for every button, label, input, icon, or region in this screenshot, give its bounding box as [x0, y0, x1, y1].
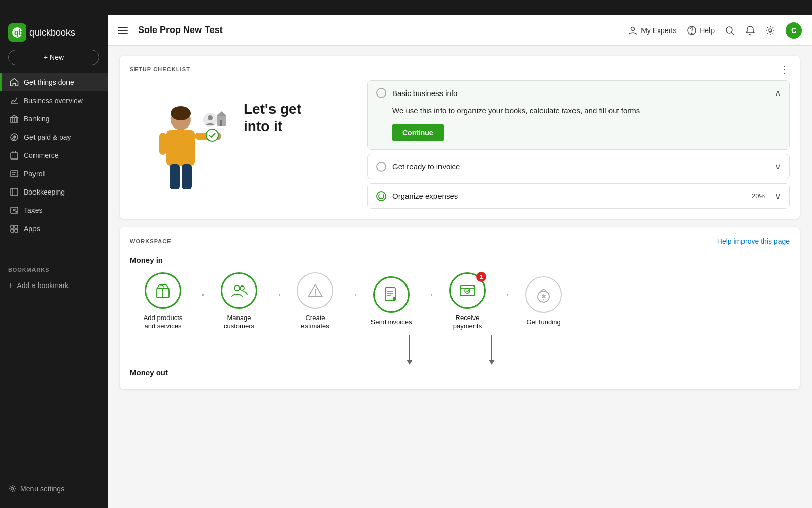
home-icon [10, 78, 19, 87]
continue-button[interactable]: Continue [392, 124, 444, 141]
arrow-5: → [500, 289, 511, 300]
checklist-radio-invoice [376, 162, 386, 172]
sidebar-item-business-overview[interactable]: Business overview [0, 91, 108, 110]
menu-settings-button[interactable]: Menu settings [0, 480, 108, 498]
svg-rect-51 [460, 285, 475, 296]
add-products-button[interactable] [145, 272, 181, 309]
my-experts-button[interactable]: My Experts [628, 25, 676, 36]
checklist-item-expenses-header[interactable]: Organize expenses 20% ∨ [368, 184, 789, 208]
sidebar-item-payroll[interactable]: Payroll [0, 165, 108, 183]
quickbooks-logo: qb quickbooks [8, 23, 75, 42]
header: Sole Prop New Test My Experts Help [108, 15, 812, 46]
checklist-item-title-expenses: Organize expenses [392, 192, 746, 200]
new-button[interactable]: + New [8, 50, 99, 65]
notifications-badge: 1 [476, 272, 486, 282]
people-icon [230, 281, 248, 300]
manage-customers-label: Managecustomers [224, 314, 254, 331]
more-options-button[interactable]: ⋮ [780, 64, 790, 74]
setup-checklist-items: Basic business info ∧ We use this info t… [367, 80, 790, 209]
workspace-header: WORKSPACE Help improve this page [130, 237, 790, 245]
moneybag-icon [534, 285, 553, 304]
checklist-item-invoice: Get ready to invoice ∨ [367, 154, 790, 179]
settings-gear-icon [8, 485, 16, 493]
commerce-icon [10, 151, 19, 160]
page-title: Sole Prop New Test [138, 25, 620, 36]
svg-rect-32 [159, 133, 166, 155]
person-icon [628, 25, 638, 36]
bookmarks-label: BOOKMARKS [0, 259, 108, 277]
bank-icon [10, 114, 19, 123]
manage-customers-button[interactable] [221, 272, 257, 309]
workspace-section: WORKSPACE Help improve this page Money i… [120, 227, 800, 390]
sidebar-item-bookkeeping[interactable]: Bookkeeping [0, 183, 108, 201]
svg-line-25 [732, 32, 734, 35]
sidebar: qb quickbooks + New Get things done [0, 15, 108, 508]
svg-point-23 [691, 33, 692, 34]
sidebar-item-apps[interactable]: Apps [0, 219, 108, 238]
sidebar-logo: qb quickbooks [0, 15, 108, 50]
warning-icon [306, 281, 324, 300]
sidebar-item-label: Banking [24, 115, 50, 123]
user-avatar[interactable]: C [786, 22, 802, 39]
notifications-button[interactable] [745, 25, 755, 36]
dollar-icon [10, 133, 19, 142]
settings-button[interactable] [765, 25, 775, 36]
checklist-item-basic-info-content: We use this info to organize your books,… [368, 105, 789, 149]
add-bookmark-button[interactable]: + Add a bookmark [0, 277, 108, 294]
svg-point-44 [240, 286, 244, 290]
chevron-down-icon-2: ∨ [775, 191, 781, 201]
svg-point-39 [206, 129, 218, 141]
checklist-radio-basic-info [376, 88, 386, 98]
arrow-3: → [348, 289, 358, 300]
setup-card-header: SETUP CHECKLIST ⋮ [120, 56, 800, 80]
svg-point-21 [631, 27, 635, 30]
svg-point-15 [16, 211, 17, 212]
new-button-label: + New [44, 53, 64, 61]
box-icon [154, 281, 172, 300]
help-improve-link[interactable]: Help improve this page [717, 237, 790, 245]
workflow-item-manage-customers: Managecustomers [206, 272, 272, 331]
send-invoices-button[interactable] [373, 276, 410, 313]
sidebar-item-get-paid-pay[interactable]: Get paid & pay [0, 128, 108, 146]
checklist-item-title-basic-info: Basic business info [392, 89, 769, 98]
workflow-item-send-invoices: Send invoices [358, 276, 424, 327]
sidebar-item-banking[interactable]: Banking [0, 110, 108, 128]
checklist-item-basic-info: Basic business info ∧ We use this info t… [367, 80, 790, 150]
svg-rect-29 [166, 130, 195, 166]
sidebar-navigation: Get things done Business overview [0, 73, 108, 259]
workflow-item-add-products: Add productsand services [130, 272, 196, 331]
checklist-item-invoice-header[interactable]: Get ready to invoice ∨ [368, 154, 789, 179]
get-funding-label: Get funding [526, 318, 560, 327]
gear-icon [765, 25, 775, 36]
sidebar-item-label: Business overview [24, 97, 83, 105]
sidebar-item-label: Taxes [24, 206, 43, 214]
help-button[interactable]: Help [687, 25, 715, 36]
setup-title: Let's get into it [244, 90, 365, 135]
sidebar-item-taxes[interactable]: Taxes [0, 201, 108, 219]
svg-rect-17 [15, 225, 18, 228]
svg-rect-8 [11, 153, 18, 159]
svg-point-24 [726, 27, 732, 33]
setup-checklist-card: SETUP CHECKLIST ⋮ [120, 56, 800, 219]
svg-rect-16 [11, 225, 14, 228]
plus-icon: + [8, 281, 13, 290]
send-invoices-pointer [409, 335, 410, 360]
hamburger-menu[interactable] [118, 24, 130, 37]
search-button[interactable] [725, 25, 735, 36]
search-icon [725, 25, 735, 36]
receive-payments-pointer [491, 335, 492, 360]
checklist-item-basic-info-header[interactable]: Basic business info ∧ [368, 81, 789, 105]
svg-point-36 [208, 115, 213, 120]
sidebar-item-label: Get paid & pay [24, 133, 71, 141]
sidebar-item-label: Payroll [24, 170, 46, 178]
hamburger-line-1 [118, 27, 128, 28]
my-experts-label: My Experts [641, 26, 676, 35]
workflow-item-create-estimates: Createestimates [282, 272, 348, 331]
sidebar-item-get-things-done[interactable]: Get things done [0, 73, 108, 91]
create-estimates-button[interactable] [297, 272, 333, 309]
receive-payments-button[interactable]: 1 [449, 272, 486, 309]
sidebar-item-commerce[interactable]: Commerce [0, 146, 108, 165]
svg-point-26 [769, 29, 772, 32]
get-funding-button[interactable] [525, 276, 562, 313]
arrow-2: → [272, 289, 282, 300]
